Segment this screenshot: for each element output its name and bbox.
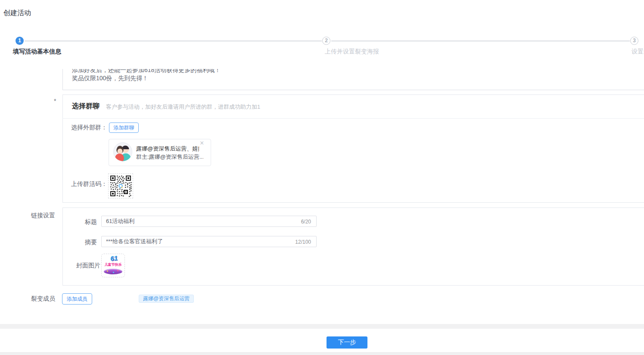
cover-number: 61	[110, 254, 118, 262]
group-owner: 群主:露娜@资深售后运营...	[136, 153, 203, 161]
add-member-button[interactable]: 添加成员	[62, 293, 92, 305]
cover-image-box[interactable]: 61 儿童节快乐	[101, 254, 125, 277]
cover-caption: 儿童节快乐	[102, 262, 124, 267]
qr-upload-label: 上传群活码：	[71, 180, 107, 188]
title-label: 标题	[71, 218, 97, 226]
step-2-indicator: 2	[322, 37, 330, 45]
step-1-number: 1	[18, 38, 21, 44]
qr-upload-box[interactable]	[108, 173, 133, 198]
external-group-label: 选择外部群：	[71, 124, 107, 132]
remove-group-icon[interactable]: ×	[200, 140, 204, 147]
group-name: 露娜@资深售后运营、婧婧...	[136, 145, 199, 153]
title-counter: 6/20	[301, 219, 311, 225]
group-avatar	[113, 142, 133, 162]
group-chat-section-title: 选择群聊	[72, 102, 100, 111]
cover-image-label: 封面图片	[71, 262, 100, 270]
cover-dot	[107, 270, 108, 272]
step-2-label: 上传并设置裂变海报	[325, 48, 379, 56]
title-input-box: 6/20	[101, 216, 317, 227]
bottom-strip	[0, 352, 644, 355]
member-tag: 露娜@资深售后运营	[139, 295, 194, 303]
cover-dot	[117, 270, 118, 271]
page-title: 创建活动	[3, 9, 31, 18]
link-settings-label: 链接设置	[31, 212, 55, 220]
welcome-message-textarea[interactable]: 添加好友后，还能一起参加618活动获得更多的福利哦！ 奖品仅限100份，先到先得…	[63, 69, 644, 90]
qr-code-image	[109, 175, 132, 197]
step-3-number: 3	[633, 38, 636, 44]
section-divider	[62, 118, 644, 119]
create-activity-page: 创建活动 1 2 3 填写活动基本信息 上传并设置裂变海报 设置裂 添加好友后，…	[0, 0, 644, 355]
welcome-message-field: 添加好友后，还能一起参加618活动获得更多的福利哦！ 奖品仅限100份，先到先得…	[62, 69, 644, 90]
title-input[interactable]	[102, 216, 287, 226]
group-chat-section-description: 客户参与活动，加好友后邀请用户所进的群，进群成功助力加1	[106, 103, 260, 111]
next-step-button[interactable]: 下一步	[327, 336, 367, 349]
cover-dot	[113, 272, 114, 273]
fission-members-label: 裂变成员	[31, 295, 55, 303]
summary-input-box: 12/100	[101, 236, 317, 247]
footer-separator-band	[0, 324, 644, 329]
step-2-number: 2	[325, 38, 328, 44]
summary-counter: 12/100	[295, 239, 311, 245]
summary-input[interactable]	[102, 236, 287, 247]
step-connector-2	[331, 41, 630, 41]
step-3-indicator: 3	[630, 37, 638, 45]
step-1-indicator: 1	[16, 37, 24, 45]
step-3-label: 设置裂	[632, 48, 644, 56]
step-1-label: 填写活动基本信息	[13, 48, 61, 56]
add-group-chat-button[interactable]: 添加群聊	[109, 123, 139, 133]
step-connector-1	[25, 41, 322, 41]
summary-label: 摘要	[71, 239, 97, 246]
cover-image-preview: 61 儿童节快乐	[102, 254, 124, 277]
required-mark: *	[54, 97, 56, 104]
